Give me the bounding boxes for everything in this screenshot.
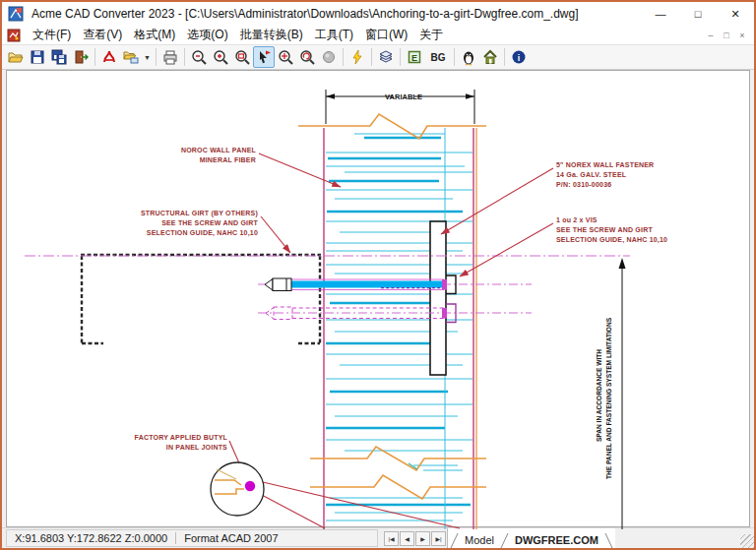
svg-text:14 Ga. GALV. STEEL: 14 Ga. GALV. STEEL <box>556 171 627 178</box>
export-pdf-button[interactable] <box>98 46 120 68</box>
status-bar: X:91.6803 Y:172.8622 Z:0.0000 Format ACA… <box>2 527 754 548</box>
zoom-crosshair-icon <box>277 48 294 66</box>
minimize-button[interactable]: — <box>642 2 679 26</box>
save-button[interactable] <box>27 46 48 68</box>
zoom-out-icon <box>190 48 208 66</box>
batch-convert-dropdown[interactable]: ▼ <box>142 46 153 68</box>
svg-text:SEE THE SCREW AND GIRT: SEE THE SCREW AND GIRT <box>556 226 653 233</box>
leader-lines <box>229 153 553 528</box>
printer-icon <box>161 48 179 66</box>
zoom-rotate-button[interactable] <box>296 46 318 68</box>
shade-mode-button[interactable] <box>318 46 340 68</box>
svg-text:IN PANEL JOINTS: IN PANEL JOINTS <box>166 444 227 451</box>
maximize-button[interactable]: □ <box>679 2 717 26</box>
menu-batch-convert[interactable]: 批量转换(B) <box>234 26 309 44</box>
info-button[interactable]: i <box>508 46 530 68</box>
mdi-restore-button[interactable]: □ <box>719 31 734 40</box>
annotations: NOROC WALL PANEL MINERAL FIBER STRUCTURA… <box>135 147 668 451</box>
svg-text:i: i <box>518 53 521 63</box>
svg-text:THE PANEL AND FASTENING SYSTEM: THE PANEL AND FASTENING SYSTEM LIMITATIO… <box>605 317 612 479</box>
zoom-window-button[interactable] <box>231 46 253 68</box>
zoom-in-button[interactable] <box>210 46 231 68</box>
layers-button[interactable] <box>375 46 397 68</box>
menu-view[interactable]: 查看(V) <box>77 26 128 44</box>
toolbar-separator <box>343 48 344 66</box>
viewport-button[interactable]: E <box>404 46 425 68</box>
menu-tools[interactable]: 工具(T) <box>309 26 359 44</box>
upper-screw <box>265 275 456 294</box>
svg-text:1 ou 2 x VIS: 1 ou 2 x VIS <box>556 216 598 223</box>
mdi-close-button[interactable]: × <box>734 31 750 40</box>
layout-tab-bar: |◀ ◀ ▶ ▶| Model DWGFREE.COM <box>384 528 615 548</box>
toolbar-separator <box>454 48 455 66</box>
svg-text:SELECTION GUIDE, NAHC 10,10: SELECTION GUIDE, NAHC 10,10 <box>556 236 667 244</box>
svg-text:FACTORY APPLIED BUTYL: FACTORY APPLIED BUTYL <box>135 434 228 441</box>
tab-scroll-first[interactable]: |◀ <box>384 531 399 546</box>
menu-format[interactable]: 格式(M) <box>128 26 181 44</box>
menu-window[interactable]: 窗口(W) <box>359 26 413 44</box>
toolbar-separator <box>504 48 505 66</box>
span-dimension: SPAN IN ACCORDANCE WITH THE PANEL AND FA… <box>596 258 626 529</box>
match-button[interactable] <box>346 46 368 68</box>
status-divider <box>175 532 176 544</box>
svg-text:SELECTION GUIDE, NAHC 10,10: SELECTION GUIDE, NAHC 10,10 <box>147 229 258 237</box>
menu-about[interactable]: 关于 <box>413 26 449 44</box>
tab-scroll-prev[interactable]: ◀ <box>400 531 414 546</box>
info-icon: i <box>510 48 528 66</box>
cursor-flag-icon <box>255 48 273 66</box>
print-button[interactable] <box>159 46 181 68</box>
variable-dimension: VARIABLE <box>326 90 474 124</box>
structural-girt <box>81 255 321 344</box>
tab-scroll-next[interactable]: ▶ <box>415 531 430 546</box>
zoom-rotate-icon <box>298 48 316 66</box>
tab-model[interactable]: Model <box>457 533 502 548</box>
window-title: Acme CAD Converter 2023 - [C:\Users\Admi… <box>32 7 642 21</box>
butyl-detail-circle <box>211 462 264 516</box>
menu-file[interactable]: 文件(F) <box>27 26 77 44</box>
save-all-button[interactable] <box>48 46 70 68</box>
toolbar-separator <box>184 48 185 66</box>
drawing-canvas[interactable]: VARIABLE SPAN IN ACCORDANCE WITH THE PAN… <box>6 70 750 527</box>
mdi-minimize-button[interactable]: – <box>703 31 719 40</box>
zoom-in-icon <box>212 48 229 66</box>
wall-fastener-plate <box>430 221 446 375</box>
close-button[interactable]: ✕ <box>717 2 754 26</box>
batch-convert-button[interactable] <box>120 46 142 68</box>
folders-icon <box>122 48 140 66</box>
zoom-previous-button[interactable] <box>275 46 296 68</box>
tab-dwgfree[interactable]: DWGFREE.COM <box>507 533 606 548</box>
tab-scroll-last[interactable]: ▶| <box>431 531 446 546</box>
menu-bar: 文件(F) 查看(V) 格式(M) 选项(O) 批量转换(B) 工具(T) 窗口… <box>2 26 754 45</box>
title-bar: Acme CAD Converter 2023 - [C:\Users\Admi… <box>2 2 754 26</box>
floppy-stack-icon <box>50 48 68 66</box>
svg-text:E: E <box>411 53 417 63</box>
status-fields: X:91.6803 Y:172.8622 Z:0.0000 Format ACA… <box>6 529 378 547</box>
toolbar-separator <box>94 48 95 66</box>
format-readout: Format ACAD 2007 <box>184 532 278 544</box>
app-window: Acme CAD Converter 2023 - [C:\Users\Admi… <box>0 0 756 550</box>
app-icon <box>8 6 24 22</box>
floppy-icon <box>29 48 46 66</box>
svg-text:5" NOREX WALL FASTENER: 5" NOREX WALL FASTENER <box>556 161 654 168</box>
document-icon <box>7 29 21 42</box>
svg-text:VARIABLE: VARIABLE <box>385 92 422 101</box>
close-file-button[interactable] <box>70 46 92 68</box>
panel-edges <box>324 128 476 529</box>
zoom-extents-button[interactable] <box>253 46 275 68</box>
cad-drawing: VARIABLE SPAN IN ACCORDANCE WITH THE PAN… <box>7 71 749 529</box>
coordinates-readout: X:91.6803 Y:172.8622 Z:0.0000 <box>15 532 167 544</box>
home-button[interactable] <box>479 46 501 68</box>
panel-hatch <box>326 134 472 520</box>
open-button[interactable] <box>5 46 27 68</box>
background-color-button[interactable]: BG <box>425 46 451 68</box>
viewport-e-icon: E <box>406 48 423 66</box>
svg-text:NOROC WALL PANEL: NOROC WALL PANEL <box>181 147 257 153</box>
resize-grip[interactable] <box>740 534 754 548</box>
toolbar-separator <box>371 48 372 66</box>
zoom-out-button[interactable] <box>188 46 210 68</box>
home-icon <box>481 48 499 66</box>
layers-icon <box>377 48 395 66</box>
fonts-button[interactable] <box>458 46 479 68</box>
zoom-window-icon <box>233 48 251 66</box>
menu-options[interactable]: 选项(O) <box>181 26 233 44</box>
